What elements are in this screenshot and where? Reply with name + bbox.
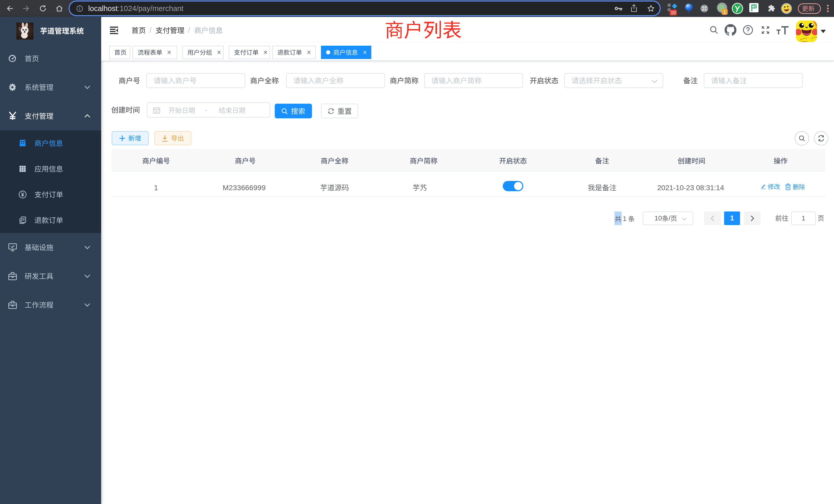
svg-text:10: 10 <box>671 10 676 15</box>
svg-text:1: 1 <box>723 9 726 15</box>
